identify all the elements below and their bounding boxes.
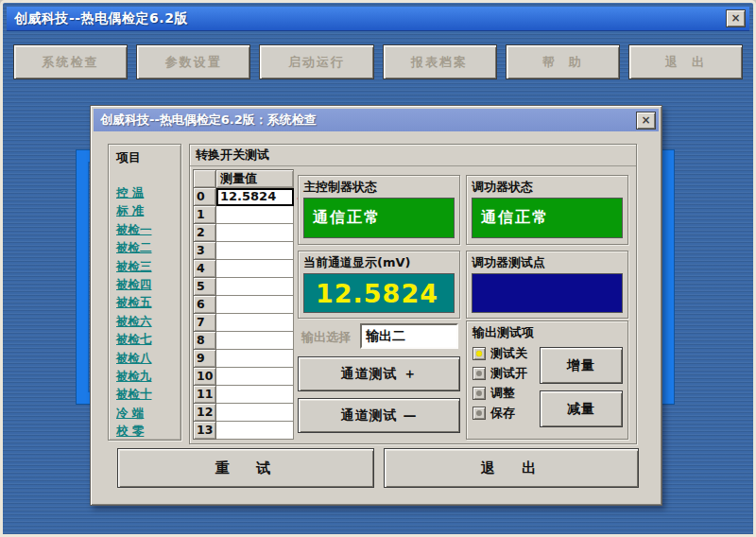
project-link-dut-7[interactable]: 被检七 <box>116 330 180 348</box>
toolbar-button-help[interactable]: 帮 助 <box>506 44 620 79</box>
row-value[interactable] <box>216 422 294 440</box>
table-row[interactable]: 0 12.5824 <box>193 188 294 206</box>
channel-display-value: 12.5824 <box>303 273 455 313</box>
output-select-label: 输出选择 <box>301 329 356 346</box>
screen: 创威科技--热电偶检定6.2版 × 系统检查 参数设置 启动运行 报表档案 帮 … <box>0 0 756 537</box>
table-row[interactable]: 3 <box>193 242 294 260</box>
channel-display-panel: 当前通道显示(mV) 12.5824 <box>298 251 460 319</box>
table-row[interactable]: 9 <box>193 350 294 368</box>
main-titlebar: 创威科技--热电偶检定6.2版 × <box>7 7 749 31</box>
regulator-status-panel: 调功器状态 通信正常 <box>466 175 628 245</box>
project-link-dut-8[interactable]: 被检八 <box>116 349 180 367</box>
row-value[interactable] <box>216 296 294 314</box>
row-value[interactable] <box>216 206 294 224</box>
main-controller-status-panel: 主控制器状态 通信正常 <box>298 175 460 245</box>
project-link-dut-10[interactable]: 被检十 <box>116 385 180 403</box>
row-value[interactable] <box>216 404 294 422</box>
regulator-test-point-value <box>472 273 623 313</box>
row-value[interactable] <box>216 332 294 350</box>
row-value[interactable] <box>216 224 294 242</box>
increment-button[interactable]: 增量 <box>540 347 623 384</box>
table-row[interactable]: 12 <box>193 404 294 422</box>
main-window: 创威科技--热电偶检定6.2版 × 系统检查 参数设置 启动运行 报表档案 帮 … <box>0 0 756 537</box>
regulator-test-point-label: 调功器测试点 <box>472 254 623 271</box>
row-index: 8 <box>193 332 216 350</box>
radio-button-icon[interactable] <box>472 367 486 380</box>
table-row[interactable]: 11 <box>193 386 294 404</box>
project-link-dut-4[interactable]: 被检四 <box>116 275 180 293</box>
table-header-row: 测量值 <box>193 169 294 188</box>
channel-test-plus-button[interactable]: 通道测试 ＋ <box>298 356 460 391</box>
project-link-dut-2[interactable]: 被检二 <box>116 238 180 256</box>
main-controller-status-value: 通信正常 <box>303 198 455 238</box>
toolbar-button-system-check[interactable]: 系统检查 <box>13 44 128 79</box>
toolbar-button-parameter-settings[interactable]: 参数设置 <box>136 44 250 79</box>
row-value[interactable] <box>216 350 294 368</box>
row-value[interactable]: 12.5824 <box>216 188 294 206</box>
row-value[interactable] <box>216 242 294 260</box>
row-index: 4 <box>193 260 216 278</box>
main-close-icon[interactable]: × <box>726 9 746 27</box>
toolbar-button-start-run[interactable]: 启动运行 <box>259 44 373 79</box>
radio-label: 测试开 <box>490 365 527 382</box>
channel-display-label: 当前通道显示(mV) <box>303 254 455 271</box>
output-select-input[interactable]: 输出二 <box>360 323 458 349</box>
project-link-zero-cal[interactable]: 校 零 <box>116 422 180 440</box>
measurement-table: 测量值 0 12.5824 1 2 3 <box>193 169 294 440</box>
decrement-button[interactable]: 减量 <box>540 390 623 427</box>
main-controller-status-label: 主控制器状态 <box>303 179 455 196</box>
exit-button[interactable]: 退 出 <box>384 448 639 488</box>
switch-test-title: 转换开关测试 <box>190 145 636 166</box>
radio-label: 调整 <box>490 385 515 402</box>
table-row[interactable]: 4 <box>193 260 294 278</box>
row-value[interactable] <box>216 386 294 404</box>
table-corner-cell <box>193 169 216 188</box>
table-row[interactable]: 13 <box>193 422 294 440</box>
regulator-test-point-panel: 调功器测试点 <box>466 251 628 319</box>
row-value[interactable] <box>216 260 294 278</box>
radio-button-icon[interactable] <box>472 387 486 400</box>
radio-button-icon[interactable] <box>472 407 486 420</box>
table-row[interactable]: 6 <box>193 296 294 314</box>
dialog-close-icon[interactable]: × <box>636 112 656 130</box>
row-index: 9 <box>193 350 216 368</box>
project-link-dut-1[interactable]: 被检一 <box>116 220 180 238</box>
system-check-dialog: 创威科技--热电偶检定6.2版：系统检查 × 项目 控 温 标 准 被检一 被检… <box>90 105 662 506</box>
project-panel: 项目 控 温 标 准 被检一 被检二 被检三 被检四 被检五 被检六 被检七 被… <box>108 144 181 441</box>
row-value[interactable] <box>216 278 294 296</box>
dialog-title: 创威科技--热电偶检定6.2版：系统检查 <box>100 112 636 129</box>
radio-label: 测试关 <box>490 345 527 362</box>
main-toolbar: 系统检查 参数设置 启动运行 报表档案 帮 助 退 出 <box>13 44 743 79</box>
row-index: 2 <box>193 224 216 242</box>
dialog-titlebar[interactable]: 创威科技--热电偶检定6.2版：系统检查 × <box>94 109 659 131</box>
table-row[interactable]: 10 <box>193 368 294 386</box>
toolbar-button-exit[interactable]: 退 出 <box>628 44 743 79</box>
table-row[interactable]: 2 <box>193 224 294 242</box>
row-index: 6 <box>193 296 216 314</box>
row-value[interactable] <box>216 368 294 386</box>
main-window-title: 创威科技--热电偶检定6.2版 <box>14 10 726 27</box>
row-index: 0 <box>193 188 216 206</box>
table-row[interactable]: 1 <box>193 206 294 224</box>
row-index: 10 <box>193 368 216 386</box>
row-index: 5 <box>193 278 216 296</box>
radio-button-icon[interactable] <box>472 347 486 360</box>
project-link-standard[interactable]: 标 准 <box>116 201 180 219</box>
project-link-dut-9[interactable]: 被检九 <box>116 367 180 385</box>
table-row[interactable]: 7 <box>193 314 294 332</box>
project-link-dut-6[interactable]: 被检六 <box>116 312 180 330</box>
table-row[interactable]: 8 <box>193 332 294 350</box>
project-link-dut-5[interactable]: 被检五 <box>116 293 180 311</box>
channel-test-minus-button[interactable]: 通道测试 — <box>298 398 460 433</box>
project-link-cold-end[interactable]: 冷 端 <box>116 404 180 422</box>
table-row[interactable]: 5 <box>193 278 294 296</box>
project-link-control-temp[interactable]: 控 温 <box>116 183 180 201</box>
regulator-status-value: 通信正常 <box>472 198 623 238</box>
row-index: 7 <box>193 314 216 332</box>
retry-button[interactable]: 重 试 <box>117 448 374 488</box>
table-value-header: 测量值 <box>216 169 294 188</box>
row-index: 11 <box>193 386 216 404</box>
project-link-dut-3[interactable]: 被检三 <box>116 257 180 275</box>
row-value[interactable] <box>216 314 294 332</box>
toolbar-button-report-archive[interactable]: 报表档案 <box>383 44 497 79</box>
